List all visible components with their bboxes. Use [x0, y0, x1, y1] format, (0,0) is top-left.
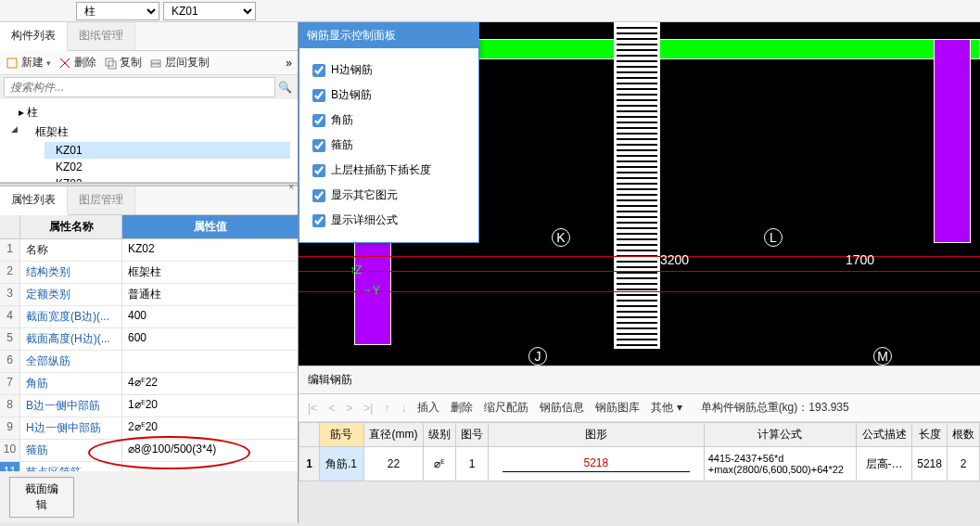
checkbox[interactable]	[312, 164, 325, 177]
panel-checkbox-item[interactable]: 箍筋	[312, 133, 465, 158]
section-edit-button[interactable]: 截面编辑	[9, 477, 74, 518]
dimension-2: 1700	[846, 252, 874, 267]
col-desc: 公式描述	[856, 423, 911, 447]
checkbox[interactable]	[312, 89, 325, 102]
prop-row[interactable]: 5截面高度(H边)(...600	[0, 328, 298, 351]
weight-summary: 单构件钢筋总重(kg)：193.935	[701, 400, 849, 416]
floor-copy-button[interactable]: 层间复制	[149, 55, 210, 71]
search-icon[interactable]: 🔍	[275, 81, 294, 94]
grid-line	[299, 256, 980, 257]
panel-divider[interactable]: ×	[0, 183, 298, 186]
svg-rect-6	[151, 64, 160, 67]
svg-rect-0	[7, 58, 17, 68]
tree-root[interactable]: ▸ 柱	[7, 103, 290, 122]
scale-button[interactable]: 缩尺配筋	[484, 400, 528, 416]
node-l: L	[764, 228, 783, 247]
arrow-down-icon[interactable]: ↓	[401, 402, 406, 415]
tab-drawings[interactable]: 图纸管理	[68, 22, 135, 50]
panel-checkbox-item[interactable]: B边钢筋	[312, 83, 465, 108]
checkbox[interactable]	[312, 139, 325, 152]
tab-layers[interactable]: 图层管理	[68, 186, 135, 214]
prop-row[interactable]: 2结构类别框架柱	[0, 262, 298, 284]
floor-copy-icon	[149, 57, 162, 70]
grid-line	[299, 271, 980, 272]
rebar-table[interactable]: 筋号 直径(mm) 级别 图号 图形 计算公式 公式描述 长度 根数 1 角筋.…	[299, 422, 980, 481]
prop-row[interactable]: 8B边一侧中部筋1⌀ᴱ20	[0, 395, 298, 417]
prop-row[interactable]: 6全部纵筋	[0, 351, 298, 373]
delete-icon	[58, 57, 71, 70]
panel-checkbox-item[interactable]: 显示其它图元	[312, 183, 465, 208]
prop-row[interactable]: 11节点区箍筋	[0, 462, 298, 471]
col-grade: 级别	[424, 423, 456, 447]
nav-prev-icon[interactable]: <	[328, 402, 335, 415]
prop-row[interactable]: 4截面宽度(B边)(...400	[0, 306, 298, 328]
svg-rect-5	[151, 60, 160, 63]
col-count: 根数	[948, 423, 980, 447]
panel-checkbox-item[interactable]: 上层柱插筋下插长度	[312, 158, 465, 183]
col-dia: 直径(mm)	[363, 423, 424, 447]
delete-button[interactable]: 删除	[58, 55, 96, 71]
type-dropdown[interactable]: 柱	[76, 2, 159, 20]
info-button[interactable]: 钢筋信息	[540, 400, 584, 416]
tree-item-kz02[interactable]: KZ02	[45, 159, 290, 175]
checkbox[interactable]	[312, 189, 325, 202]
nav-next-icon[interactable]: >	[346, 402, 352, 415]
lib-button[interactable]: 钢筋图库	[595, 400, 640, 416]
checkbox[interactable]	[312, 114, 325, 127]
checkbox[interactable]	[312, 64, 325, 77]
column-element-right	[934, 39, 971, 243]
col-drawing: 图号	[456, 423, 489, 447]
axis-y-label: →Y	[362, 284, 380, 297]
node-j: J	[528, 347, 547, 366]
more-icon[interactable]: »	[286, 57, 292, 70]
prop-row[interactable]: 3定额类别普通柱	[0, 284, 298, 306]
panel-checkbox-item[interactable]: 显示详细公式	[312, 208, 465, 233]
panel-checkbox-item[interactable]: 角筋	[312, 108, 465, 133]
component-tree[interactable]: ▸ 柱 框架柱 KZ01 KZ02 KZ03	[0, 99, 298, 183]
new-icon	[6, 57, 19, 70]
insert-button[interactable]: 插入	[417, 400, 439, 416]
other-button[interactable]: 其他 ▾	[651, 400, 681, 416]
search-input[interactable]	[4, 77, 275, 97]
prop-row[interactable]: 7角筋4⌀ᴱ22	[0, 373, 298, 395]
node-k: K	[552, 228, 570, 247]
rebar-display-panel[interactable]: 钢筋显示控制面板 H边钢筋B边钢筋角筋箍筋上层柱插筋下插长度显示其它图元显示详细…	[299, 22, 479, 243]
node-m: M	[873, 347, 892, 366]
axis-z-label: ↑Z	[350, 263, 362, 276]
panel-checkbox-item[interactable]: H边钢筋	[312, 58, 465, 83]
col-formula: 计算公式	[704, 423, 856, 447]
tab-components[interactable]: 构件列表	[0, 22, 68, 51]
prop-row[interactable]: 10箍筋⌀8@100/500(3*4)	[0, 440, 298, 462]
nav-last-icon[interactable]: >|	[363, 402, 373, 415]
property-table[interactable]: 属性名称 属性值 1名称KZ022结构类别框架柱3定额类别普通柱4截面宽度(B边…	[0, 215, 298, 471]
grid-line	[299, 291, 980, 292]
arrow-up-icon[interactable]: ↑	[384, 402, 389, 415]
delete-rebar-button[interactable]: 删除	[451, 400, 473, 416]
col-name: 筋号	[320, 423, 364, 447]
rebar-column	[614, 22, 660, 349]
tree-item-kz03[interactable]: KZ03	[45, 175, 290, 183]
name-dropdown[interactable]: KZ01	[163, 2, 256, 20]
nav-first-icon[interactable]: |<	[308, 402, 317, 415]
editor-title: 编辑钢筋	[299, 366, 980, 394]
checkbox[interactable]	[312, 214, 325, 227]
svg-rect-4	[108, 61, 116, 69]
tree-item-kz01[interactable]: KZ01	[45, 142, 290, 159]
copy-icon	[104, 57, 117, 70]
tab-props[interactable]: 属性列表	[0, 186, 68, 215]
panel-title: 钢筋显示控制面板	[299, 23, 478, 48]
tree-type[interactable]: 框架柱	[24, 122, 290, 142]
prop-header-value: 属性值	[122, 215, 298, 238]
prop-row[interactable]: 9H边一侧中部筋2⌀ᴱ20	[0, 417, 298, 440]
copy-button[interactable]: 复制	[104, 55, 142, 71]
rebar-row[interactable]: 1 角筋.1 22 ⌀ᴱ 1 5218 4415-2437+56*d +max(…	[299, 447, 980, 481]
prop-row[interactable]: 1名称KZ02	[0, 239, 298, 262]
svg-rect-3	[106, 58, 113, 66]
prop-header-name: 属性名称	[20, 215, 122, 238]
new-button[interactable]: 新建▾	[6, 55, 51, 71]
col-shape: 图形	[488, 423, 704, 447]
col-len: 长度	[912, 423, 948, 447]
dimension-1: 3200	[660, 252, 689, 267]
